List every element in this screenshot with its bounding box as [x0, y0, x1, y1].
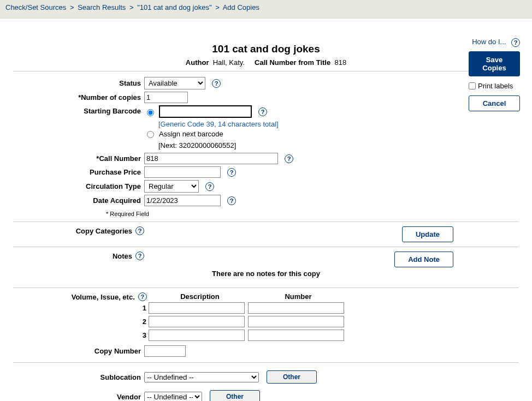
breadcrumb-current: Add Copies: [223, 3, 259, 11]
volume-num-2-input[interactable]: [248, 316, 344, 327]
required-field-note: * Required Field: [106, 211, 519, 217]
assign-next-barcode-radio[interactable]: [147, 131, 154, 138]
notes-label: Notes: [13, 252, 132, 260]
help-icon[interactable]: ?: [227, 196, 236, 205]
breadcrumb-link-1[interactable]: Search Results: [78, 3, 126, 11]
save-copies-button[interactable]: Save Copies: [469, 51, 520, 76]
author-label: Author: [186, 58, 209, 67]
volume-label: Volume, Issue, etc.: [72, 293, 135, 301]
help-icon[interactable]: ?: [135, 252, 144, 260]
divider: [13, 362, 519, 363]
volume-num-3-input[interactable]: [248, 330, 344, 341]
breadcrumb-sep: >: [70, 3, 74, 11]
circulation-type-label: Circulation Type: [13, 182, 144, 190]
starting-barcode-input[interactable]: [159, 105, 252, 118]
date-acquired-input[interactable]: [144, 195, 221, 206]
side-actions: Save Copies Print labels Cancel: [469, 51, 520, 111]
copy-number-label: Copy Number: [13, 347, 144, 355]
sublocation-label: Sublocation: [13, 373, 144, 381]
sublocation-other-button[interactable]: Other: [267, 370, 317, 384]
status-select[interactable]: Available: [144, 77, 205, 89]
help-icon[interactable]: ?: [138, 292, 147, 301]
callnum-from-title-label: Call Number from Title: [255, 58, 330, 67]
author-value: Hall, Katy.: [213, 58, 245, 67]
help-icon[interactable]: ?: [511, 38, 520, 47]
help-icon[interactable]: ?: [135, 226, 144, 235]
cancel-button[interactable]: Cancel: [469, 95, 520, 111]
help-icon[interactable]: ?: [205, 182, 214, 191]
volume-number-header: Number: [249, 292, 347, 301]
divider: [13, 71, 519, 71]
volume-desc-1-input[interactable]: [149, 302, 245, 314]
volume-desc-3-input[interactable]: [149, 330, 245, 341]
title-block: 101 cat and dog jokes Author Hall, Katy.…: [8, 43, 524, 67]
help-icon[interactable]: ?: [227, 168, 236, 177]
num-copies-label: *Number of copies: [13, 93, 144, 101]
volume-row-index: 2: [13, 318, 149, 326]
circulation-type-select[interactable]: Regular: [144, 180, 199, 193]
vendor-select[interactable]: -- Undefined --: [144, 392, 202, 402]
breadcrumb-sep: >: [129, 3, 134, 11]
volume-row-index: 3: [13, 331, 149, 339]
breadcrumb-sep: >: [215, 3, 220, 11]
volume-row-index: 1: [13, 304, 149, 312]
purchase-price-label: Purchase Price: [13, 168, 144, 176]
date-acquired-label: Date Acquired: [13, 196, 144, 205]
breadcrumb-link-2[interactable]: "101 cat and dog jokes": [137, 3, 211, 11]
vendor-label: Vendor: [13, 393, 144, 401]
help-link[interactable]: How do I...: [472, 38, 506, 46]
purchase-price-input[interactable]: [144, 166, 221, 178]
print-labels-label: Print labels: [478, 82, 513, 90]
barcode-format-hint[interactable]: [Generic Code 39, 14 characters total]: [158, 120, 279, 128]
copy-number-input[interactable]: [144, 345, 186, 357]
num-copies-input[interactable]: [144, 92, 188, 103]
update-button[interactable]: Update: [402, 226, 453, 242]
add-note-button[interactable]: Add Note: [394, 252, 453, 267]
next-barcode-value: [Next: 32020000060552]: [158, 141, 519, 149]
divider: [13, 247, 519, 247]
page-title: 101 cat and dog jokes: [8, 43, 524, 55]
callnum-from-title-value: 818: [334, 58, 346, 67]
divider: [13, 288, 519, 288]
breadcrumb-link-0[interactable]: Check/Set Sources: [5, 3, 66, 11]
divider: [13, 222, 519, 222]
call-number-label: *Call Number: [13, 154, 144, 163]
starting-barcode-radio[interactable]: [147, 109, 154, 116]
copy-categories-label: Copy Categories: [13, 227, 132, 235]
help-row: How do I... ?: [472, 38, 520, 47]
vendor-other-button[interactable]: Other: [210, 390, 260, 401]
breadcrumb: Check/Set Sources > Search Results > "10…: [0, 0, 532, 19]
help-icon[interactable]: ?: [212, 79, 221, 88]
call-number-input[interactable]: [144, 153, 278, 164]
no-notes-message: There are no notes for this copy: [13, 267, 519, 283]
assign-next-barcode-label: Assign next barcode: [159, 130, 223, 138]
print-labels-row[interactable]: Print labels: [469, 82, 520, 90]
print-labels-checkbox[interactable]: [469, 82, 476, 89]
volume-num-1-input[interactable]: [248, 302, 344, 314]
help-icon[interactable]: ?: [258, 107, 267, 116]
volume-desc-2-input[interactable]: [149, 316, 245, 327]
sublocation-select[interactable]: -- Undefined --: [144, 372, 259, 382]
starting-barcode-label: Starting Barcode: [13, 105, 144, 115]
status-label: Status: [13, 79, 144, 87]
volume-description-header: Description: [151, 292, 249, 301]
help-icon[interactable]: ?: [285, 154, 293, 163]
